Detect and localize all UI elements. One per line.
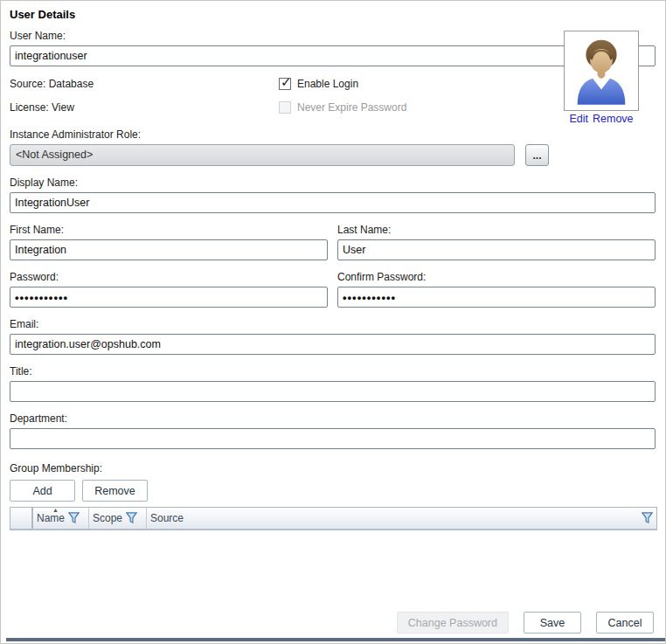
avatar-edit-link[interactable]: Edit (569, 113, 588, 125)
source-label: Source: (10, 78, 45, 90)
first-name-label: First Name: (10, 224, 328, 236)
title-input[interactable] (10, 381, 656, 402)
email-label: Email: (10, 318, 656, 330)
last-name-input[interactable] (337, 239, 656, 260)
avatar-links: EditRemove (563, 113, 640, 125)
save-button[interactable]: Save (524, 612, 581, 634)
group-membership-label: Group Membership: (10, 462, 656, 474)
department-label: Department: (10, 412, 656, 425)
license-text: License: View (10, 101, 279, 114)
user-avatar-image (569, 35, 634, 107)
department-input[interactable] (10, 428, 656, 449)
confirm-password-label: Confirm Password: (337, 271, 656, 283)
remove-group-button[interactable]: Remove (82, 480, 148, 502)
title-label: Title: (10, 365, 656, 377)
never-expire-checkbox (279, 101, 291, 114)
add-group-button[interactable]: Add (10, 480, 75, 502)
page-title: User Details (10, 8, 656, 21)
filter-icon[interactable] (642, 512, 653, 524)
sort-ascending-icon: ▲ (52, 507, 59, 514)
footer-actions: Change Password Save Cancel (397, 612, 654, 634)
filter-icon[interactable] (126, 512, 137, 524)
license-value: View (52, 101, 74, 114)
avatar-section: EditRemove (563, 31, 640, 125)
column-header-scope[interactable]: Scope (89, 508, 147, 529)
avatar (564, 31, 639, 111)
column-header-name-label: Name (37, 512, 65, 524)
column-header-source-label: Source (150, 512, 184, 524)
group-table-header: ▲ Name Scope Source (10, 507, 657, 530)
enable-login-checkbox-row: Enable Login (279, 78, 358, 90)
password-input[interactable] (10, 287, 328, 308)
first-name-input[interactable] (10, 239, 328, 260)
cancel-button[interactable]: Cancel (596, 612, 654, 634)
enable-login-checkbox[interactable] (279, 78, 291, 90)
display-name-input[interactable] (10, 192, 656, 213)
source-text: Source: Database (10, 78, 279, 90)
last-name-label: Last Name: (337, 224, 656, 236)
instance-admin-role-label: Instance Administrator Role: (10, 128, 656, 141)
panel-bottom-border (6, 638, 665, 641)
instance-admin-role-value: <Not Assigned> (10, 144, 515, 166)
display-name-label: Display Name: (10, 177, 656, 189)
row-selector-column-header (10, 508, 33, 529)
column-header-scope-label: Scope (93, 512, 122, 524)
change-password-button: Change Password (397, 612, 509, 634)
enable-login-label: Enable Login (297, 78, 358, 90)
email-input[interactable] (10, 334, 656, 355)
license-label: License: (10, 101, 49, 114)
user-name-label: User Name: (10, 30, 656, 42)
column-header-name[interactable]: ▲ Name (33, 508, 89, 529)
password-label: Password: (10, 271, 328, 283)
confirm-password-input[interactable] (337, 287, 656, 308)
source-value: Database (49, 78, 94, 90)
never-expire-label: Never Expire Password (297, 101, 406, 114)
avatar-remove-link[interactable]: Remove (593, 113, 634, 125)
user-details-panel: User Details User Name: Source: Database… (0, 0, 666, 644)
user-name-input[interactable] (10, 45, 656, 66)
filter-icon[interactable] (68, 512, 80, 524)
never-expire-checkbox-row: Never Expire Password (279, 101, 406, 114)
column-header-source[interactable]: Source (147, 508, 656, 529)
browse-role-button[interactable]: ... (525, 144, 549, 166)
